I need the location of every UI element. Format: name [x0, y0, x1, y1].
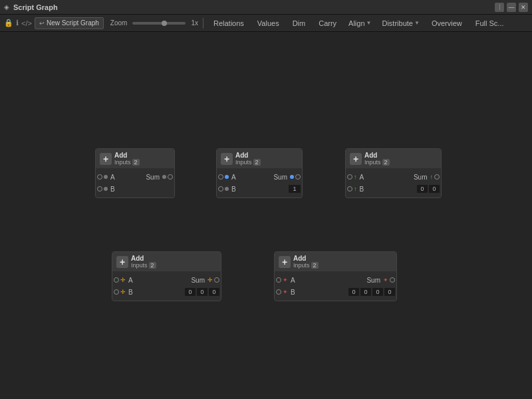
port-val-5b-3[interactable]	[384, 288, 395, 296]
node-row-1a: A Sum	[97, 171, 173, 183]
port-out-5b[interactable]	[276, 289, 281, 295]
port-dot-sum-1a	[162, 175, 166, 179]
code-icon: </>	[21, 19, 32, 27]
node-row-4a: ✛ A Sum ✛	[114, 274, 219, 286]
node-row-5a: ✦ A Sum ✦	[276, 274, 395, 286]
new-graph-icon: ↩	[39, 20, 45, 27]
inputs-badge-4: 2	[149, 262, 156, 269]
node-subtitle-3: Inputs	[364, 159, 381, 166]
node-subtitle-4: Inputs	[131, 262, 148, 269]
port-dot-sum-2a	[290, 175, 294, 179]
add-icon-4: +	[116, 256, 128, 268]
node-title-3: Add	[364, 152, 390, 159]
canvas[interactable]: + Add Inputs 2 A Sum B	[0, 32, 532, 399]
zoom-value: 1x	[191, 19, 198, 27]
port-out-2b[interactable]	[218, 186, 223, 192]
inputs-badge-2: 2	[253, 159, 261, 166]
port-in-4a[interactable]	[214, 277, 219, 283]
port-val-5b-2[interactable]	[372, 288, 383, 296]
node-body-5: ✦ A Sum ✦ ✦ B	[275, 271, 396, 301]
port-val-3b-0[interactable]	[417, 185, 428, 193]
port-in-1a[interactable]	[168, 174, 173, 180]
tab-overview[interactable]: Overview	[426, 15, 467, 31]
align-dropdown[interactable]: Align ▼	[344, 15, 375, 31]
vec4-icon-4a: ✛	[120, 277, 126, 283]
port-in-3a[interactable]	[434, 174, 440, 180]
add-icon-3: +	[350, 153, 362, 165]
zoom-slider[interactable]	[132, 22, 186, 25]
distribute-chevron-icon: ▼	[414, 20, 420, 26]
port-val-4b-0[interactable]	[185, 288, 196, 296]
port-label-4b: B	[127, 289, 184, 296]
node-add-3: + Add Inputs 2 ↑ A Sum ↑ ↑ B	[345, 148, 442, 198]
title: Script Graph	[13, 3, 58, 11]
node-body-3: ↑ A Sum ↑ ↑ B	[346, 168, 441, 198]
node-add-5: + Add Inputs 2 ✦ A Sum ✦ ✦ B	[274, 251, 397, 301]
tab-fullscreen[interactable]: Full Sc...	[470, 15, 509, 31]
info-icon: ℹ	[16, 19, 19, 27]
new-script-graph-btn[interactable]: ↩ New Script Graph	[35, 17, 104, 29]
port-in-2a[interactable]	[295, 174, 301, 180]
node-row-5b: ✦ B	[276, 286, 395, 298]
app-icon: ◈	[4, 3, 9, 11]
port-in-5a[interactable]	[390, 277, 395, 283]
node-add-4: + Add Inputs 2 ✛ A Sum ✛ ✛ B	[112, 251, 221, 301]
node-add-2: + Add Inputs 2 A Sum B	[216, 148, 303, 198]
vec3-icon-3a: ↑	[354, 174, 357, 180]
add-icon-5: +	[279, 256, 291, 268]
sum-label-1a: Sum	[146, 174, 161, 181]
vec4b-icon-5a: ✦	[283, 277, 288, 283]
port-val-4b-2[interactable]	[209, 288, 219, 296]
node-body-2: A Sum B	[217, 168, 302, 198]
toolbar: 🔒 ℹ </> ↩ New Script Graph Zoom 1x Relat…	[0, 15, 532, 32]
node-row-4b: ✛ B	[114, 286, 219, 298]
port-out-1b[interactable]	[97, 186, 102, 192]
port-dot-2a	[225, 175, 229, 179]
tab-values[interactable]: Values	[252, 15, 285, 31]
node-subtitle-5: Inputs	[293, 262, 310, 269]
port-out-1a[interactable]	[97, 174, 102, 180]
port-val-2b[interactable]	[289, 185, 301, 193]
port-label-1a: A	[109, 174, 144, 181]
node-title-5: Add	[293, 255, 319, 262]
port-label-5b: B	[289, 289, 347, 296]
node-add-1: + Add Inputs 2 A Sum B	[95, 148, 175, 198]
more-options-btn[interactable]: ⋮	[495, 3, 504, 12]
port-out-3a[interactable]	[347, 174, 352, 180]
node-row-2a: A Sum	[218, 171, 301, 183]
port-dot-1b	[104, 187, 108, 191]
vec3-icon-sum-3a: ↑	[430, 174, 434, 180]
close-btn[interactable]: ✕	[519, 3, 528, 12]
sum-label-5a: Sum	[366, 277, 382, 284]
node-title-1: Add	[114, 152, 140, 159]
distribute-dropdown[interactable]: Distribute ▼	[378, 15, 423, 31]
port-val-5b-1[interactable]	[360, 288, 371, 296]
sum-label-2a: Sum	[273, 174, 289, 181]
title-bar: ◈ Script Graph ⋮ — ✕	[0, 0, 532, 15]
port-out-2a[interactable]	[218, 174, 223, 180]
port-out-3b[interactable]	[347, 186, 352, 192]
port-val-5b-0[interactable]	[348, 288, 359, 296]
minimize-btn[interactable]: —	[507, 3, 516, 12]
tab-carry[interactable]: Carry	[313, 15, 342, 31]
vec4-icon-sum-4a: ✛	[207, 277, 213, 283]
separator	[203, 18, 203, 29]
node-header-5: + Add Inputs 2	[275, 252, 396, 271]
port-val-4b-1[interactable]	[197, 288, 207, 296]
port-out-4b[interactable]	[114, 289, 119, 295]
port-out-5a[interactable]	[276, 277, 281, 283]
node-body-1: A Sum B	[96, 168, 174, 198]
tab-dim[interactable]: Dim	[287, 15, 311, 31]
tab-relations[interactable]: Relations	[208, 15, 249, 31]
node-row-2b: B	[218, 183, 301, 195]
vec4b-icon-5b: ✦	[283, 289, 288, 295]
window-controls: ⋮ — ✕	[495, 3, 528, 12]
node-header-4: + Add Inputs 2	[112, 252, 221, 271]
port-out-4a[interactable]	[114, 277, 119, 283]
node-row-3b: ↑ B	[347, 183, 440, 195]
vec3-icon-3b: ↑	[354, 186, 357, 192]
inputs-badge-5: 2	[311, 262, 319, 269]
align-chevron-icon: ▼	[366, 20, 372, 26]
port-val-3b-1[interactable]	[429, 185, 440, 193]
port-label-5a: A	[289, 277, 365, 284]
